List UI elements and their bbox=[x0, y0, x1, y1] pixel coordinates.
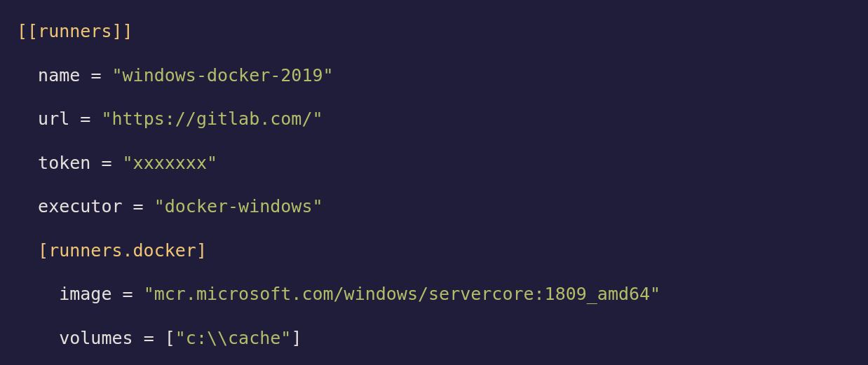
equals: = bbox=[123, 196, 154, 216]
key-token: token bbox=[38, 153, 90, 173]
key-executor: executor bbox=[38, 196, 122, 216]
val-url: "https://gitlab.com/" bbox=[101, 109, 323, 129]
bracket-close: ] bbox=[291, 328, 301, 348]
equals: = bbox=[133, 328, 165, 348]
equals: = bbox=[111, 284, 143, 304]
equals: = bbox=[69, 109, 101, 129]
val-executor: "docker-windows" bbox=[154, 196, 323, 216]
val-token: "xxxxxxx" bbox=[123, 153, 217, 173]
val-volumes-item: "c:\\cache" bbox=[175, 328, 292, 348]
key-image: image bbox=[59, 284, 111, 304]
val-image: "mcr.microsoft.com/windows/servercore:18… bbox=[144, 284, 661, 304]
toml-config-code: [[runners]] name = "windows-docker-2019"… bbox=[0, 0, 868, 365]
section-runners: [[runners]] bbox=[17, 21, 133, 41]
bracket-open: [ bbox=[165, 328, 175, 348]
equals: = bbox=[90, 153, 122, 173]
key-name: name bbox=[38, 65, 80, 85]
val-name: "windows-docker-2019" bbox=[111, 65, 333, 85]
equals: = bbox=[80, 65, 111, 85]
key-volumes: volumes bbox=[59, 328, 133, 348]
key-url: url bbox=[38, 109, 69, 129]
section-runners-docker: [runners.docker] bbox=[38, 240, 207, 261]
